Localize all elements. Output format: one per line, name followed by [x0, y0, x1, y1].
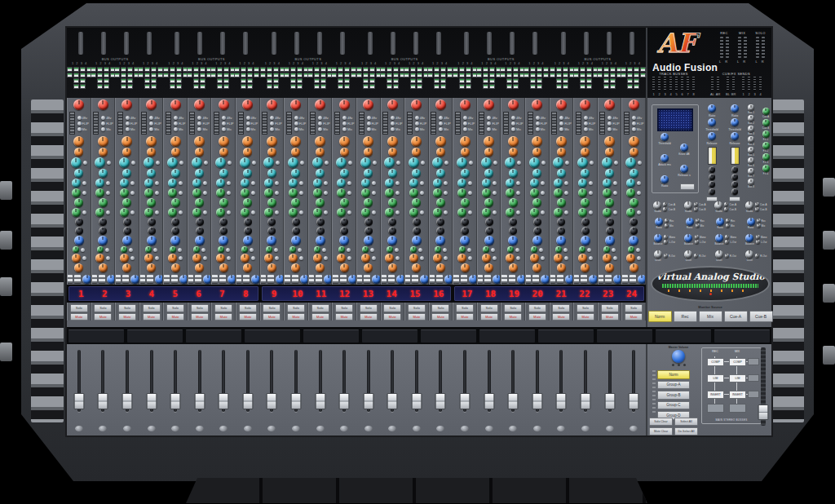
- channel-black-knob[interactable]: [148, 227, 156, 235]
- channel-fader-handle[interactable]: [290, 393, 301, 409]
- channel-green-knob[interactable]: [216, 188, 225, 197]
- channel-switch-dot[interactable]: [226, 248, 230, 252]
- channel-switch-dot[interactable]: [468, 256, 472, 260]
- channel-green-knob[interactable]: [168, 188, 177, 197]
- pan-switch[interactable]: [489, 78, 495, 83]
- monitor-small-knob[interactable]: [695, 235, 699, 239]
- channel-black-knob[interactable]: [364, 227, 373, 235]
- strip-button[interactable]: [294, 122, 298, 126]
- pan-switch[interactable]: [104, 78, 109, 83]
- bus-assign-switch[interactable]: [91, 67, 96, 72]
- channel-orange-knob[interactable]: [122, 148, 131, 157]
- channel-green-knob[interactable]: [484, 198, 493, 207]
- channel-output-knob[interactable]: [613, 275, 621, 284]
- bus-assign-switch[interactable]: [344, 67, 350, 72]
- solo-button[interactable]: Solo: [287, 304, 305, 312]
- bus-assign-switch[interactable]: [290, 67, 296, 72]
- channel-black-knob[interactable]: [196, 218, 204, 226]
- channel-switch-dot[interactable]: [395, 191, 400, 195]
- pan-switch[interactable]: [580, 78, 585, 83]
- channel-orange-knob[interactable]: [74, 148, 83, 157]
- bus-assign-switch[interactable]: [223, 73, 229, 77]
- direct-switch[interactable]: [144, 84, 150, 89]
- channel-teal-knob[interactable]: [461, 169, 470, 178]
- bus-assign-switch[interactable]: [217, 67, 223, 72]
- channel-orange-knob[interactable]: [435, 136, 446, 147]
- solo-button[interactable]: Solo: [480, 304, 498, 312]
- channel-switch-dot[interactable]: [541, 210, 545, 214]
- channel-green-knob[interactable]: [530, 208, 539, 217]
- routing-switch[interactable]: [364, 275, 370, 283]
- channel-black-knob[interactable]: [413, 218, 421, 226]
- channel-green-knob[interactable]: [361, 188, 370, 197]
- channel-orange-knob[interactable]: [509, 263, 518, 272]
- channel-switch-dot[interactable]: [637, 181, 641, 185]
- channel-blue-knob[interactable]: [435, 236, 445, 245]
- channel-teal-knob[interactable]: [122, 169, 131, 178]
- channel-switch-dot[interactable]: [227, 256, 231, 260]
- cue-level-knob[interactable]: [762, 165, 770, 172]
- pan-switch[interactable]: [410, 78, 416, 83]
- monitor-small-knob[interactable]: [755, 202, 759, 206]
- pan-switch[interactable]: [556, 78, 562, 83]
- bus-assign-switch[interactable]: [320, 73, 326, 77]
- channel-orange-knob[interactable]: [242, 136, 253, 147]
- fader-trim-knob[interactable]: [461, 426, 469, 431]
- monitor-small-knob[interactable]: [664, 235, 668, 239]
- bus-assign-switch[interactable]: [440, 67, 446, 72]
- strip-button[interactable]: [342, 116, 347, 120]
- strip-button[interactable]: [77, 127, 82, 131]
- direct-switch[interactable]: [217, 84, 223, 89]
- gate-knob[interactable]: [709, 174, 715, 180]
- channel-switch-dot[interactable]: [444, 181, 448, 185]
- bus-assign-switch[interactable]: [210, 67, 216, 72]
- channel-green-knob[interactable]: [291, 198, 300, 207]
- direct-switch[interactable]: [417, 84, 422, 89]
- monitor-balance-knob[interactable]: [745, 234, 753, 242]
- monitor-small-knob[interactable]: [665, 219, 669, 223]
- pan-switch[interactable]: [223, 78, 229, 83]
- routing-switch[interactable]: [195, 275, 201, 283]
- channel-switch-dot[interactable]: [613, 256, 617, 260]
- channel-switch-dot[interactable]: [372, 256, 376, 260]
- mute-button[interactable]: Mute: [214, 313, 232, 321]
- channel-green-knob[interactable]: [412, 198, 421, 207]
- pan-switch[interactable]: [586, 78, 592, 83]
- channel-switch-dot[interactable]: [324, 181, 328, 185]
- channel-orange-knob[interactable]: [243, 148, 252, 157]
- direct-switch[interactable]: [586, 84, 592, 89]
- channel-switch-dot[interactable]: [179, 191, 183, 195]
- pan-switch[interactable]: [506, 78, 512, 83]
- strip-button[interactable]: [584, 116, 588, 120]
- direct-switch[interactable]: [410, 84, 416, 89]
- bus-assign-switch[interactable]: [297, 67, 303, 72]
- direct-switch[interactable]: [393, 84, 399, 89]
- channel-orange-knob[interactable]: [509, 148, 518, 157]
- channel-orange-knob[interactable]: [364, 148, 373, 157]
- pan-switch[interactable]: [314, 78, 320, 83]
- comp-knob[interactable]: [708, 104, 716, 113]
- bus-assign-switch[interactable]: [537, 67, 542, 72]
- channel-orange-knob[interactable]: [340, 263, 349, 272]
- channel-green-knob[interactable]: [461, 198, 470, 207]
- dynamics-knob[interactable]: [680, 165, 688, 173]
- channel-output-knob[interactable]: [420, 275, 428, 284]
- bus-assign-switch[interactable]: [634, 73, 639, 77]
- channel-green-knob[interactable]: [578, 208, 587, 217]
- fader-group-group-a[interactable]: Group-A: [657, 381, 690, 390]
- bus-level-knob[interactable]: [748, 115, 754, 122]
- pan-switch[interactable]: [440, 78, 446, 83]
- channel-orange-knob[interactable]: [168, 254, 177, 263]
- bus-assign-switch[interactable]: [417, 73, 422, 77]
- channel-teal-knob[interactable]: [603, 179, 612, 188]
- bus-assign-switch[interactable]: [500, 73, 506, 77]
- strip-button[interactable]: [222, 127, 226, 131]
- mute-button[interactable]: Mute: [408, 313, 426, 321]
- channel-black-knob[interactable]: [388, 227, 396, 235]
- bus-assign-switch[interactable]: [580, 73, 585, 77]
- channel-output-knob[interactable]: [82, 275, 91, 284]
- channel-black-knob[interactable]: [557, 227, 565, 235]
- channel-switch-dot[interactable]: [564, 191, 568, 195]
- channel-switch-dot[interactable]: [541, 256, 545, 260]
- dynamics-knob[interactable]: [680, 144, 688, 152]
